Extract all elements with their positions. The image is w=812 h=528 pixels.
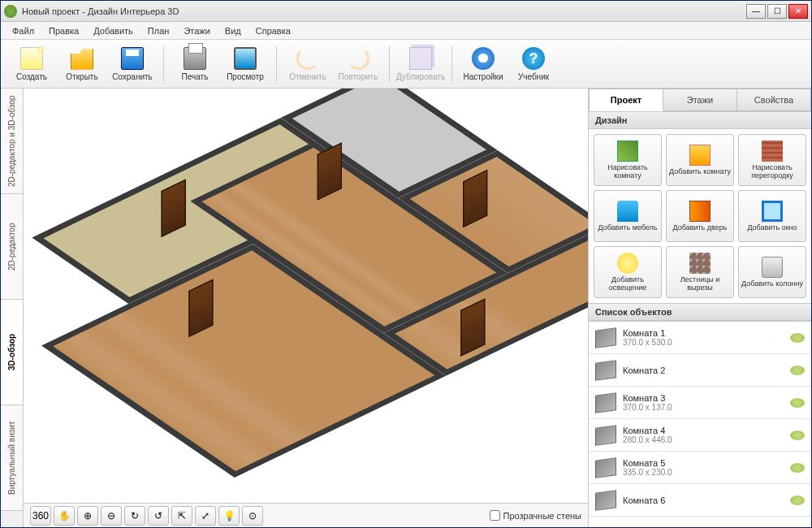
add-light-icon bbox=[617, 253, 638, 274]
side-tab-2d3d[interactable]: 2D-редактор и 3D-обзор bbox=[1, 89, 23, 194]
add-light-label: Добавить освещение bbox=[596, 276, 659, 292]
add-stairs-label: Лестницы и вырезы bbox=[668, 276, 732, 292]
settings-button[interactable]: Настройки bbox=[460, 43, 506, 85]
minimize-button[interactable]: — bbox=[746, 4, 766, 19]
room-icon bbox=[595, 490, 616, 511]
view-tool-2[interactable]: ⊕ bbox=[77, 506, 98, 526]
menu-файл[interactable]: Файл bbox=[6, 24, 41, 38]
canvas-3d[interactable] bbox=[24, 89, 588, 503]
create-button[interactable]: Создать bbox=[9, 43, 54, 85]
draw-room-button[interactable]: Нарисовать комнату bbox=[594, 134, 662, 186]
object-name: Комната 4 bbox=[623, 426, 784, 435]
object-dimensions: 370.0 x 530.0 bbox=[623, 338, 784, 347]
visibility-toggle-icon[interactable] bbox=[790, 496, 805, 505]
menu-этажи[interactable]: Этажи bbox=[177, 24, 216, 38]
draw-wall-button[interactable]: Нарисовать перегородку bbox=[738, 134, 806, 186]
panel-tab-project[interactable]: Проект bbox=[589, 89, 663, 111]
print-icon bbox=[184, 47, 206, 70]
panel-tab-props[interactable]: Свойства bbox=[737, 89, 811, 111]
body: 2D-редактор и 3D-обзор2D-редактор3D-обзо… bbox=[1, 89, 811, 527]
view-tool-9[interactable]: ⊙ bbox=[242, 506, 263, 526]
draw-room-label: Нарисовать комнату bbox=[596, 164, 659, 180]
side-tabs: 2D-редактор и 3D-обзор2D-редактор3D-обзо… bbox=[1, 89, 24, 527]
add-stairs-icon bbox=[689, 253, 710, 274]
view-tool-8[interactable]: 💡 bbox=[218, 506, 240, 526]
preview-button[interactable]: Просмотр bbox=[222, 43, 268, 85]
object-list[interactable]: Комната 1370.0 x 530.0Комната 2Комната 3… bbox=[589, 321, 811, 527]
object-dimensions: 335.0 x 230.0 bbox=[623, 468, 784, 477]
object-item[interactable]: Комната 2 bbox=[589, 354, 811, 387]
open-icon bbox=[71, 47, 93, 70]
save-button[interactable]: Сохранить bbox=[110, 43, 155, 85]
floorplan-3d bbox=[24, 89, 588, 478]
view-tool-0[interactable]: 360 bbox=[30, 506, 51, 526]
main-toolbar: СоздатьОткрытьСохранитьПечатьПросмотрОтм… bbox=[1, 40, 811, 89]
draw-wall-icon bbox=[762, 141, 783, 162]
transparent-walls-checkbox[interactable]: Прозрачные стены bbox=[490, 510, 581, 521]
menu-план[interactable]: План bbox=[141, 24, 176, 38]
window-title: Новый проект - Дизайн Интерьера 3D bbox=[22, 6, 746, 16]
add-room-button[interactable]: Добавить комнату bbox=[666, 134, 734, 186]
side-tab-3d[interactable]: 3D-обзор bbox=[1, 300, 23, 405]
view-tool-4[interactable]: ↻ bbox=[124, 506, 145, 526]
maximize-button[interactable]: ☐ bbox=[767, 4, 787, 19]
add-stairs-button[interactable]: Лестницы и вырезы bbox=[666, 246, 734, 298]
redo-icon bbox=[347, 47, 369, 70]
add-light-button[interactable]: Добавить освещение bbox=[594, 246, 662, 298]
room-icon bbox=[595, 392, 616, 413]
add-furniture-icon bbox=[617, 201, 638, 222]
visibility-toggle-icon[interactable] bbox=[790, 333, 805, 343]
duplicate-button: Дублировать bbox=[398, 43, 443, 85]
menu-справка[interactable]: Справка bbox=[249, 24, 297, 38]
duplicate-label: Дублировать bbox=[396, 72, 445, 81]
create-icon bbox=[20, 47, 43, 70]
object-name: Комната 5 bbox=[623, 458, 784, 468]
panel-tabs: ПроектЭтажиСвойства bbox=[589, 89, 811, 111]
panel-tab-floors[interactable]: Этажи bbox=[663, 89, 737, 111]
help-button[interactable]: ?Учебник bbox=[511, 43, 556, 85]
add-furniture-button[interactable]: Добавить мебель bbox=[594, 190, 662, 242]
visibility-toggle-icon[interactable] bbox=[790, 463, 805, 473]
add-furniture-label: Добавить мебель bbox=[598, 224, 657, 232]
close-button[interactable]: ✕ bbox=[788, 4, 808, 19]
view-tool-6[interactable]: ⇱ bbox=[171, 506, 192, 526]
object-item[interactable]: Комната 4280.0 x 446.0 bbox=[589, 419, 811, 452]
add-window-icon bbox=[762, 201, 783, 222]
visibility-toggle-icon[interactable] bbox=[790, 366, 805, 375]
object-item[interactable]: Комната 3370.0 x 137.0 bbox=[589, 387, 811, 419]
app-icon bbox=[4, 5, 17, 18]
design-buttons-grid: Нарисовать комнатуДобавить комнатуНарисо… bbox=[589, 129, 811, 303]
view-tool-1[interactable]: ✋ bbox=[54, 506, 75, 526]
preview-label: Просмотр bbox=[227, 72, 264, 81]
visibility-toggle-icon[interactable] bbox=[790, 431, 805, 440]
object-dimensions: 280.0 x 446.0 bbox=[623, 435, 784, 444]
menu-правка[interactable]: Правка bbox=[42, 24, 85, 38]
view-tool-5[interactable]: ↺ bbox=[148, 506, 169, 526]
objects-section-header: Список объектов bbox=[589, 303, 811, 321]
menu-добавить[interactable]: Добавить bbox=[87, 24, 140, 38]
menu-вид[interactable]: Вид bbox=[218, 24, 248, 38]
add-room-icon bbox=[689, 145, 710, 166]
view-tool-7[interactable]: ⤢ bbox=[195, 506, 216, 526]
object-name: Комната 2 bbox=[623, 366, 784, 375]
side-tab-virtual[interactable]: Виртуальный визит bbox=[1, 405, 23, 511]
visibility-toggle-icon[interactable] bbox=[790, 398, 805, 408]
add-door-button[interactable]: Добавить дверь bbox=[666, 190, 734, 242]
print-button[interactable]: Печать bbox=[172, 43, 218, 85]
view-tool-3[interactable]: ⊖ bbox=[101, 506, 122, 526]
right-panel: ПроектЭтажиСвойства Дизайн Нарисовать ко… bbox=[588, 89, 811, 527]
object-item[interactable]: Комната 1370.0 x 530.0 bbox=[589, 322, 811, 354]
transparent-walls-label: Прозрачные стены bbox=[503, 511, 581, 521]
toolbar-separator bbox=[451, 46, 452, 82]
side-tab-2d[interactable]: 2D-редактор bbox=[1, 194, 23, 300]
undo-icon bbox=[296, 47, 319, 70]
object-item[interactable]: Комната 6 bbox=[589, 484, 811, 517]
app-window: Новый проект - Дизайн Интерьера 3D — ☐ ✕… bbox=[0, 0, 812, 528]
add-window-button[interactable]: Добавить окно bbox=[738, 190, 806, 242]
toolbar-separator bbox=[163, 46, 164, 82]
undo-button: Отменить bbox=[285, 43, 330, 85]
open-button[interactable]: Открыть bbox=[59, 43, 105, 85]
object-item[interactable]: Комната 5335.0 x 230.0 bbox=[589, 452, 811, 484]
duplicate-icon bbox=[409, 47, 432, 70]
add-column-button[interactable]: Добавить колонну bbox=[738, 246, 806, 298]
